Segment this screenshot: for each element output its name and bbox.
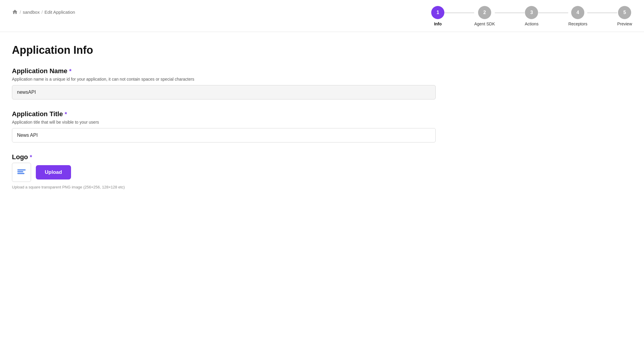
step-4-label: Receptors xyxy=(568,22,587,26)
app-title-label: Application Title * xyxy=(12,110,436,118)
app-title-input[interactable] xyxy=(12,128,436,142)
header: / sandbox / Edit Application 1 Info 2 Ag… xyxy=(0,0,644,26)
upload-button[interactable]: Upload xyxy=(36,165,71,179)
breadcrumb-edit-application: Edit Application xyxy=(44,10,75,15)
step-1-circle: 1 xyxy=(431,6,444,19)
logo-preview-icon xyxy=(16,166,27,178)
app-title-description: Application title that will be visible t… xyxy=(12,120,436,125)
home-icon[interactable] xyxy=(12,9,18,15)
logo-label-text: Logo xyxy=(12,153,28,161)
step-connector-4-5 xyxy=(587,13,617,13)
step-3-circle: 3 xyxy=(525,6,538,19)
step-5-circle: 5 xyxy=(618,6,631,19)
step-connector-2-3 xyxy=(495,13,525,13)
app-title-label-text: Application Title xyxy=(12,110,63,118)
breadcrumb: / sandbox / Edit Application xyxy=(12,6,75,15)
stepper: 1 Info 2 Agent SDK 3 Actions 4 Receptors… xyxy=(431,6,632,26)
svg-rect-0 xyxy=(17,169,26,171)
upload-hint: Upload a square transparent PNG image (2… xyxy=(12,185,436,189)
breadcrumb-separator-1: / xyxy=(20,10,21,15)
logo-preview xyxy=(12,163,31,182)
step-3[interactable]: 3 Actions xyxy=(525,6,538,26)
step-3-label: Actions xyxy=(525,22,538,26)
svg-rect-2 xyxy=(17,173,24,174)
logo-section: Logo * Upload Upload a square transparen… xyxy=(12,153,436,189)
logo-required: * xyxy=(30,154,32,161)
step-1[interactable]: 1 Info xyxy=(431,6,444,26)
svg-rect-1 xyxy=(17,171,23,172)
step-2-circle: 2 xyxy=(478,6,491,19)
step-5[interactable]: 5 Preview xyxy=(617,6,632,26)
step-4[interactable]: 4 Receptors xyxy=(568,6,587,26)
step-connector-3-4 xyxy=(538,13,568,13)
breadcrumb-separator-2: / xyxy=(41,10,43,15)
logo-label: Logo * xyxy=(12,153,436,161)
logo-upload-row: Upload xyxy=(12,163,436,182)
app-title-section: Application Title * Application title th… xyxy=(12,110,436,142)
app-name-section: Application Name * Application name is a… xyxy=(12,67,436,99)
main-content: Application Info Application Name * Appl… xyxy=(0,32,448,218)
app-name-label: Application Name * xyxy=(12,67,436,75)
step-2-label: Agent SDK xyxy=(474,22,495,26)
page-title: Application Info xyxy=(12,44,436,56)
step-1-label: Info xyxy=(434,22,442,26)
step-2[interactable]: 2 Agent SDK xyxy=(474,6,495,26)
app-title-required: * xyxy=(65,111,67,118)
breadcrumb-sandbox[interactable]: sandbox xyxy=(23,10,40,15)
app-name-description: Application name is a unique id for your… xyxy=(12,77,436,82)
app-name-required: * xyxy=(69,68,72,75)
app-name-input[interactable] xyxy=(12,85,436,99)
step-connector-1-2 xyxy=(444,13,474,13)
step-4-circle: 4 xyxy=(571,6,584,19)
app-name-label-text: Application Name xyxy=(12,67,67,75)
step-5-label: Preview xyxy=(617,22,632,26)
